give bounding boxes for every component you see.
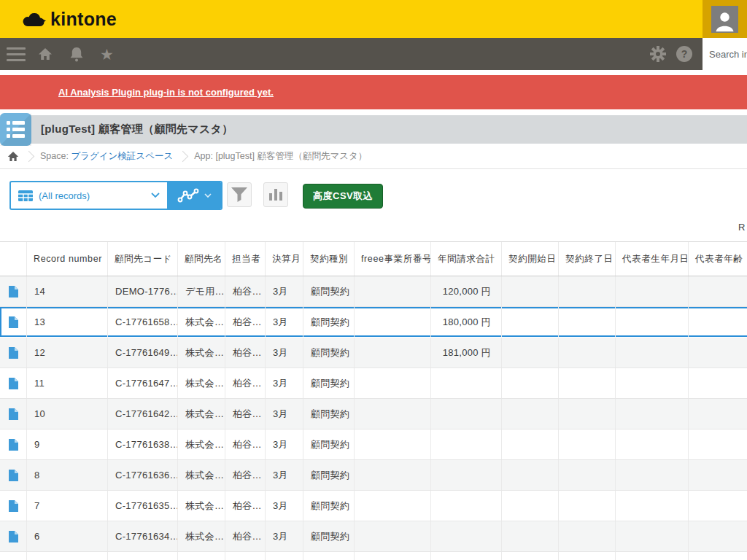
table-cell [354, 399, 430, 429]
table-cell [501, 521, 558, 551]
record-open-icon[interactable] [0, 491, 26, 521]
table-cell [615, 338, 688, 368]
column-header[interactable]: 契約開始日 [501, 242, 558, 276]
breadcrumb-app: App: [plugTest] 顧客管理（顧問先マスタ） [194, 150, 367, 163]
logo-text: kintone [50, 9, 117, 30]
column-header[interactable]: 顧問先名 [177, 242, 225, 276]
alert-banner: AI Analysis Plugin plug-in is not config… [0, 75, 747, 109]
record-open-icon[interactable] [0, 460, 26, 490]
column-header[interactable]: 契約終了日 [558, 242, 615, 276]
graph-button[interactable] [263, 182, 288, 207]
table-row[interactable]: 9C-17761638…株式会…柏谷…3月顧問契約 [0, 429, 747, 460]
table-row[interactable]: 14DEMO-1776…デモ用…柏谷…3月顧問契約120,000 円 [0, 276, 747, 307]
table-row[interactable]: 11C-17761647…株式会…柏谷…3月顧問契約 [0, 368, 747, 399]
table-cell [688, 276, 747, 306]
table-row[interactable]: 10C-17761642…株式会…柏谷…3月顧問契約 [0, 399, 747, 429]
column-header[interactable]: Record number [26, 242, 107, 276]
table-cell [688, 368, 747, 398]
breadcrumb-home-icon[interactable] [7, 151, 19, 162]
table-row[interactable]: 8C-17761636…株式会…柏谷…3月顧問契約 [0, 460, 747, 491]
breadcrumb-chevron-icon [23, 150, 35, 162]
record-open-icon[interactable] [0, 307, 26, 337]
table-cell: 12 [26, 338, 107, 368]
space-link[interactable]: プラグイン検証スペース [71, 151, 173, 161]
column-header[interactable]: 代表者年齢 [688, 242, 747, 276]
column-header[interactable]: 決算月 [265, 242, 303, 276]
table-cell: C-17761636… [107, 460, 177, 490]
table-cell: DEMO-1776… [107, 276, 177, 306]
top-bar: kintone [0, 0, 747, 38]
record-open-icon[interactable] [0, 338, 26, 368]
filter-button[interactable] [227, 182, 252, 207]
table-cell [354, 460, 430, 490]
record-table: Record number顧問先コード顧問先名担当者決算月契約種別freee事業… [0, 241, 747, 560]
table-cell: 9 [26, 429, 107, 459]
favorites-star-icon[interactable]: ★ [100, 47, 114, 62]
plugin-alert-link[interactable]: AI Analysis Plugin plug-in is not config… [58, 87, 274, 98]
table-cell: 3月 [265, 307, 303, 337]
table-cell [615, 276, 688, 306]
help-icon[interactable]: ? [676, 46, 692, 62]
table-cell [615, 307, 688, 337]
table-cell [615, 368, 688, 398]
record-open-icon[interactable] [0, 521, 26, 551]
table-cell [688, 338, 747, 368]
hamburger-menu-icon[interactable] [7, 47, 26, 61]
column-header[interactable]: freee事業所番号 [354, 242, 430, 276]
table-row[interactable]: 6C-17761634…株式会…柏谷…3月顧問契約 [0, 521, 747, 552]
table-cell [501, 338, 558, 368]
table-cell [688, 429, 747, 459]
analytics-graph-icon [177, 188, 199, 203]
column-header[interactable]: 代表者生年月日 [615, 242, 688, 276]
notifications-bell-icon[interactable] [69, 47, 84, 62]
funnel-icon [231, 187, 248, 203]
table-cell [430, 491, 501, 521]
record-open-icon[interactable] [0, 368, 26, 398]
table-cell: 181,000 円 [430, 338, 501, 368]
table-cell [501, 276, 558, 306]
table-row[interactable]: 7C-17761635…株式会…柏谷…3月顧問契約 [0, 491, 747, 521]
table-cell [558, 521, 615, 551]
table-cell [688, 521, 747, 551]
table-cell: 顧問契約 [303, 429, 354, 459]
column-header[interactable]: 契約種別 [303, 242, 354, 276]
table-row[interactable]: 12C-17761649…株式会…柏谷…3月顧問契約181,000 円 [0, 338, 747, 368]
column-header[interactable]: 担当者 [225, 242, 265, 276]
user-menu[interactable] [703, 0, 747, 38]
view-type-dropdown[interactable] [167, 182, 221, 209]
chevron-down-icon [204, 193, 212, 198]
table-cell: 11 [26, 368, 107, 398]
table-cell: 柏谷… [225, 276, 265, 306]
table-cell: 13 [26, 307, 107, 337]
table-cell [501, 307, 558, 337]
record-open-icon [0, 552, 26, 560]
table-cell [303, 552, 354, 560]
view-selector[interactable]: (All records) [9, 181, 222, 210]
home-icon[interactable] [38, 47, 53, 61]
record-open-icon[interactable] [0, 399, 26, 429]
table-cell [688, 399, 747, 429]
settings-gear-icon[interactable] [650, 46, 666, 62]
table-cell [501, 429, 558, 459]
record-open-icon[interactable] [0, 429, 26, 459]
space-prefix: Space: [40, 151, 71, 161]
column-header[interactable]: 顧問先コード [107, 242, 177, 276]
kintone-logo[interactable]: kintone [20, 9, 117, 30]
breadcrumb-space: Space: プラグイン検証スペース [40, 150, 173, 163]
table-cell [558, 399, 615, 429]
table-cell: 株式会… [177, 429, 225, 459]
app-icon[interactable] [0, 113, 31, 146]
table-cell [501, 460, 558, 490]
table-row[interactable]: 13C-17761658…株式会…柏谷…3月顧問契約180,000 円 [0, 307, 747, 338]
table-cell: 3月 [265, 429, 303, 459]
table-cell [354, 307, 430, 337]
column-header[interactable]: 年間請求合計 [430, 242, 501, 276]
table-cell [688, 552, 747, 560]
advanced-csv-import-button[interactable]: 高度CSV取込 [303, 184, 383, 209]
record-open-icon[interactable] [0, 276, 26, 306]
table-cell [558, 368, 615, 398]
table-cell: 顧問契約 [303, 399, 354, 429]
view-selector-current[interactable]: (All records) [11, 182, 167, 209]
table-cell: 3月 [265, 491, 303, 521]
search-input[interactable]: Search in [703, 38, 747, 70]
